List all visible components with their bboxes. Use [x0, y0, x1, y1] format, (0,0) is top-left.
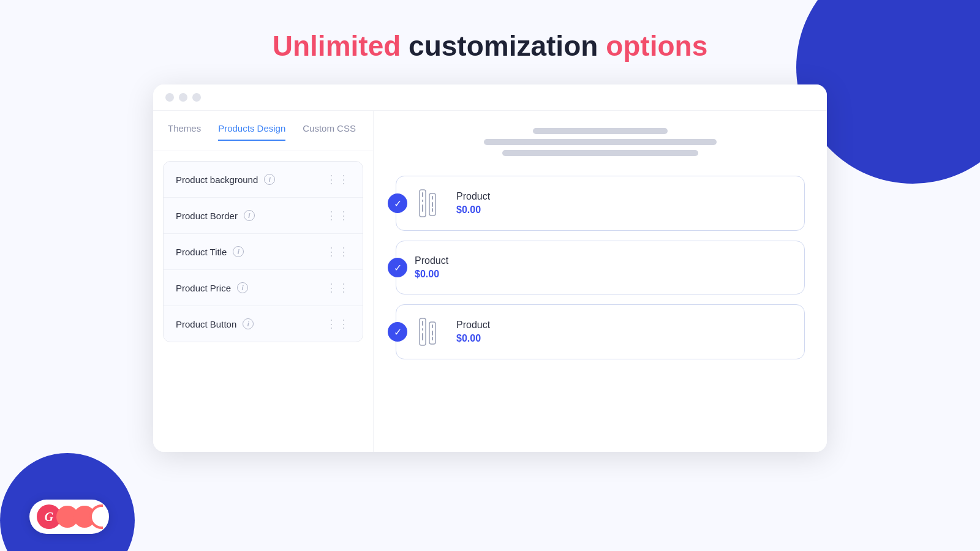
browser-bar — [153, 84, 827, 111]
product-card-inner-1: Product $0.00 — [415, 187, 791, 219]
browser-dot-2 — [179, 93, 187, 102]
settings-item-label-product-title: Product Title — [176, 247, 227, 257]
product-info-3: Product $0.00 — [456, 320, 490, 344]
info-icon-product-button: i — [243, 318, 254, 329]
settings-item-product-background[interactable]: Product background i ⋮⋮ — [164, 162, 363, 198]
placeholder-bar-short — [533, 128, 668, 134]
drag-handle-product-price[interactable]: ⋮⋮ — [326, 281, 350, 294]
svg-rect-11 — [422, 333, 423, 340]
svg-rect-1 — [422, 192, 423, 197]
product-info-2: Product $0.00 — [415, 255, 448, 280]
product-icon-3 — [415, 316, 447, 348]
svg-rect-10 — [422, 328, 423, 331]
settings-item-label-product-background: Product background — [176, 174, 258, 185]
title-options: options — [606, 30, 707, 62]
settings-item-left: Product background i — [176, 174, 275, 185]
product-card-3[interactable]: ✓ Product — [396, 304, 805, 359]
browser-dots — [165, 93, 201, 102]
check-badge-2: ✓ — [388, 258, 407, 277]
product-name-3: Product — [456, 320, 490, 331]
product-info-1: Product $0.00 — [456, 191, 490, 216]
browser-window: Themes Products Design Custom CSS Produc… — [153, 84, 827, 452]
tab-themes[interactable]: Themes — [168, 123, 201, 141]
info-icon-product-background: i — [264, 174, 275, 185]
product-card-inner-2: Product $0.00 — [415, 255, 791, 280]
browser-dot-1 — [165, 93, 174, 102]
settings-item-product-title[interactable]: Product Title i ⋮⋮ — [164, 234, 363, 270]
svg-rect-14 — [432, 331, 433, 335]
info-icon-product-border: i — [244, 210, 255, 221]
svg-rect-6 — [432, 202, 433, 207]
logo: G — [29, 500, 109, 534]
settings-item-label-product-border: Product Border — [176, 211, 238, 221]
product-icon-1 — [415, 187, 447, 219]
drag-handle-product-title[interactable]: ⋮⋮ — [326, 245, 350, 258]
drag-handle-product-button[interactable]: ⋮⋮ — [326, 317, 350, 331]
settings-item-left-price: Product Price i — [176, 282, 248, 293]
info-icon-product-price: i — [237, 282, 248, 293]
page-title: Unlimited customization options — [273, 29, 707, 62]
right-panel: ✓ Product — [374, 111, 827, 452]
info-icon-product-title: i — [233, 246, 244, 257]
svg-rect-5 — [432, 196, 433, 200]
logo-svg: G — [36, 503, 103, 530]
svg-rect-7 — [432, 208, 433, 212]
product-price-2: $0.00 — [415, 269, 448, 280]
check-badge-3: ✓ — [388, 322, 407, 342]
product-name-2: Product — [415, 255, 448, 266]
drag-handle-product-border[interactable]: ⋮⋮ — [326, 209, 350, 222]
settings-item-product-border[interactable]: Product Border i ⋮⋮ — [164, 198, 363, 234]
svg-rect-13 — [432, 324, 433, 328]
placeholder-bar-long — [484, 139, 717, 145]
settings-list: Product background i ⋮⋮ Product Border i… — [163, 161, 363, 342]
settings-item-label-product-price: Product Price — [176, 283, 231, 293]
drag-handle-product-background[interactable]: ⋮⋮ — [326, 173, 350, 186]
logo-area: G — [29, 500, 109, 534]
product-name-1: Product — [456, 191, 490, 202]
product-price-3: $0.00 — [456, 333, 490, 344]
tab-custom-css[interactable]: Custom CSS — [303, 123, 356, 141]
svg-rect-2 — [422, 200, 423, 202]
svg-point-20 — [91, 506, 103, 528]
settings-item-left-title: Product Title i — [176, 246, 244, 257]
svg-rect-9 — [422, 321, 423, 326]
tab-products-design[interactable]: Products Design — [218, 123, 285, 141]
product-card-1[interactable]: ✓ Product — [396, 176, 805, 231]
page-content: Unlimited customization options Themes P… — [0, 0, 980, 452]
svg-text:G: G — [45, 510, 54, 523]
svg-rect-15 — [432, 337, 433, 340]
browser-body: Themes Products Design Custom CSS Produc… — [153, 111, 827, 452]
left-panel: Themes Products Design Custom CSS Produc… — [153, 111, 374, 452]
product-price-1: $0.00 — [456, 204, 490, 216]
browser-dot-3 — [192, 93, 201, 102]
settings-item-label-product-button: Product Button — [176, 319, 236, 329]
placeholder-bars — [396, 128, 805, 156]
settings-item-product-button[interactable]: Product Button i ⋮⋮ — [164, 306, 363, 342]
settings-item-left-border: Product Border i — [176, 210, 255, 221]
title-unlimited: Unlimited — [273, 30, 401, 62]
product-card-2[interactable]: ✓ Product $0.00 — [396, 241, 805, 294]
check-badge-1: ✓ — [388, 193, 407, 213]
product-card-inner-3: Product $0.00 — [415, 316, 791, 348]
tabs: Themes Products Design Custom CSS — [153, 123, 373, 151]
svg-rect-3 — [422, 204, 423, 212]
settings-item-product-price[interactable]: Product Price i ⋮⋮ — [164, 270, 363, 306]
placeholder-bar-medium — [502, 150, 698, 156]
title-customization: customization — [401, 30, 606, 62]
settings-item-left-button: Product Button i — [176, 318, 254, 329]
